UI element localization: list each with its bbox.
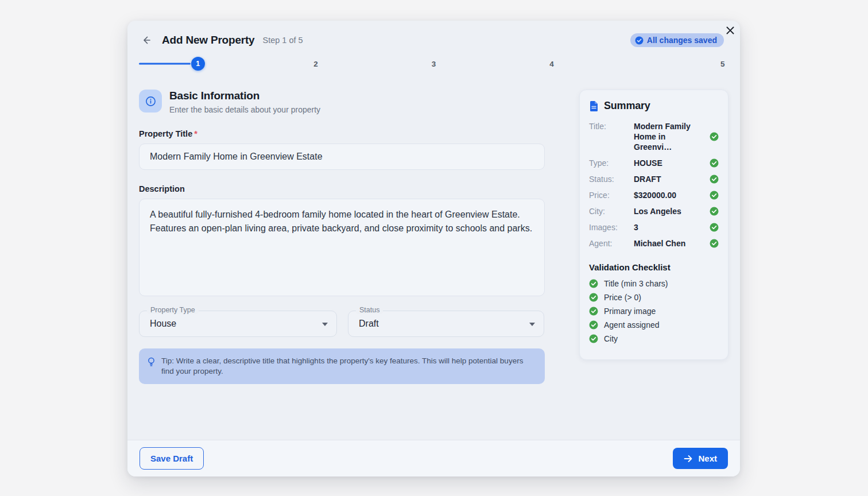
check-circle-icon: [589, 293, 598, 302]
checklist-item: Agent assigned: [589, 320, 719, 330]
modal-footer: Save Draft Next: [127, 440, 740, 476]
step-4[interactable]: 4: [549, 60, 554, 68]
checklist-item: City: [589, 334, 719, 343]
modal-header: Add New Property Step 1 of 5 All changes…: [127, 21, 740, 79]
summary-row-city: City: Los Angeles: [589, 206, 719, 216]
document-icon: [589, 100, 599, 112]
step-3[interactable]: 3: [432, 60, 436, 68]
step-indicator-text: Step 1 of 5: [263, 36, 303, 45]
section-title: Basic Information: [169, 90, 320, 102]
check-circle-icon: [710, 223, 719, 232]
all-changes-saved-badge: All changes saved: [630, 33, 724, 47]
info-icon: [145, 95, 157, 107]
check-circle-icon: [710, 158, 719, 168]
validation-checklist: Title (min 3 chars) Price (> 0) Primary …: [589, 279, 719, 343]
info-icon-badge: [139, 90, 162, 113]
add-property-modal: Add New Property Step 1 of 5 All changes…: [127, 21, 740, 476]
check-circle-icon: [710, 191, 719, 200]
description-textarea[interactable]: A beautiful fully-furnished 4-bedroom fa…: [139, 199, 545, 296]
checklist-item: Price (> 0): [589, 293, 719, 302]
summary-title: Summary: [604, 100, 650, 112]
check-circle-icon: [589, 307, 598, 316]
back-arrow-icon: [140, 34, 152, 46]
check-circle-icon: [589, 279, 598, 288]
status-select-label: Status: [356, 306, 383, 314]
chevron-down-icon: [529, 323, 535, 326]
step-5[interactable]: 5: [720, 60, 725, 68]
status-value: Draft: [348, 311, 544, 336]
property-type-value: House: [140, 311, 336, 336]
status-select[interactable]: Status Draft: [348, 311, 544, 337]
summary-card: Summary Title: Modern Family Home in Gre…: [579, 90, 728, 360]
page-title: Add New Property: [162, 34, 255, 46]
step-2[interactable]: 2: [313, 60, 318, 68]
property-title-input[interactable]: [139, 144, 545, 170]
step-progress-bar: 1 2 3 4 5: [139, 56, 728, 71]
summary-row-type: Type: HOUSE: [589, 158, 719, 168]
save-draft-button[interactable]: Save Draft: [140, 447, 204, 470]
required-asterisk: *: [194, 129, 197, 138]
back-button[interactable]: [139, 33, 153, 47]
property-type-select-label: Property Type: [147, 306, 199, 314]
modal-content: Basic Information Enter the basic detail…: [127, 79, 740, 440]
step-1-active[interactable]: 1: [191, 57, 205, 71]
property-title-label: Property Title*: [139, 129, 545, 138]
next-button-label: Next: [698, 454, 717, 463]
summary-rows: Title: Modern Family Home in Greenvi… Ty…: [589, 121, 719, 249]
lightbulb-icon: [147, 356, 156, 368]
summary-row-price: Price: $320000.00: [589, 190, 719, 200]
chevron-down-icon: [322, 323, 328, 326]
saved-badge-label: All changes saved: [647, 36, 717, 45]
summary-row-status: Status: DRAFT: [589, 174, 719, 184]
basic-information-form: Basic Information Enter the basic detail…: [139, 79, 545, 384]
progress-line: [139, 63, 191, 65]
summary-row-title: Title: Modern Family Home in Greenvi…: [589, 121, 719, 152]
summary-row-agent: Agent: Michael Chen: [589, 238, 719, 249]
saved-check-icon: [635, 36, 644, 45]
property-type-select[interactable]: Property Type House: [139, 311, 337, 337]
arrow-right-icon: [684, 455, 693, 463]
check-circle-icon: [710, 175, 719, 184]
check-circle-icon: [589, 334, 598, 343]
section-subtitle: Enter the basic details about your prope…: [169, 105, 320, 114]
next-button[interactable]: Next: [673, 448, 728, 469]
description-label: Description: [139, 184, 545, 193]
check-circle-icon: [710, 239, 719, 248]
check-circle-icon: [710, 132, 719, 141]
close-icon: [726, 26, 735, 35]
tip-callout: Tip: Write a clear, descriptive title th…: [139, 348, 545, 384]
check-circle-icon: [710, 207, 719, 216]
checklist-item: Primary image: [589, 307, 719, 316]
check-circle-icon: [589, 320, 598, 330]
close-button[interactable]: [723, 24, 737, 37]
summary-sidebar: Summary Title: Modern Family Home in Gre…: [579, 90, 728, 360]
tip-text: Tip: Write a clear, descriptive title th…: [161, 356, 531, 376]
validation-checklist-title: Validation Checklist: [589, 262, 719, 272]
checklist-item: Title (min 3 chars): [589, 279, 719, 288]
summary-row-images: Images: 3: [589, 222, 719, 232]
